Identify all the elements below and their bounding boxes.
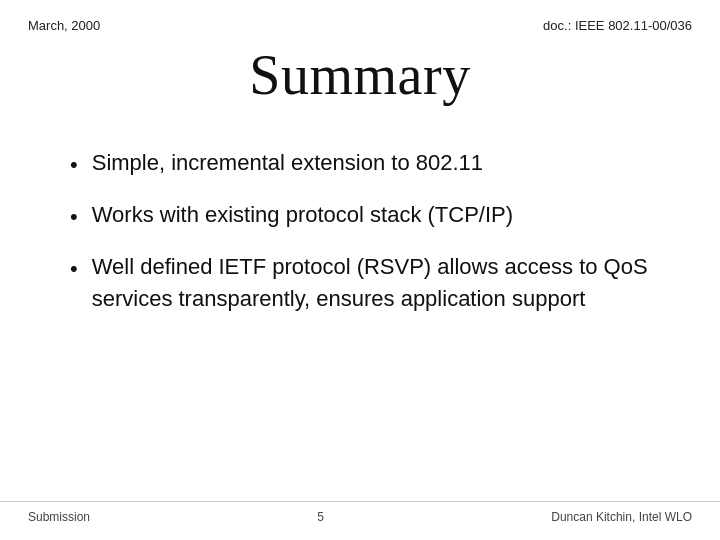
bullet-text-1: Simple, incremental extension to 802.11 bbox=[92, 147, 660, 179]
bullet-dot-2: • bbox=[70, 201, 78, 233]
slide-content: • Simple, incremental extension to 802.1… bbox=[0, 137, 720, 315]
bullet-item-2: • Works with existing protocol stack (TC… bbox=[70, 199, 660, 233]
slide: March, 2000 doc.: IEEE 802.11-00/036 Sum… bbox=[0, 0, 720, 540]
bullet-item-3: • Well defined IETF protocol (RSVP) allo… bbox=[70, 251, 660, 315]
footer-page-number: 5 bbox=[317, 510, 324, 524]
slide-title: Summary bbox=[0, 43, 720, 107]
footer-submission: Submission bbox=[28, 510, 90, 524]
bullet-text-2: Works with existing protocol stack (TCP/… bbox=[92, 199, 660, 231]
footer-author: Duncan Kitchin, Intel WLO bbox=[551, 510, 692, 524]
bullet-item-1: • Simple, incremental extension to 802.1… bbox=[70, 147, 660, 181]
bullet-dot-1: • bbox=[70, 149, 78, 181]
slide-footer: Submission 5 Duncan Kitchin, Intel WLO bbox=[0, 501, 720, 524]
bullet-dot-3: • bbox=[70, 253, 78, 285]
title-section: Summary bbox=[0, 43, 720, 107]
slide-header: March, 2000 doc.: IEEE 802.11-00/036 bbox=[0, 0, 720, 33]
header-date: March, 2000 bbox=[28, 18, 100, 33]
bullet-text-3: Well defined IETF protocol (RSVP) allows… bbox=[92, 251, 660, 315]
header-doc-id: doc.: IEEE 802.11-00/036 bbox=[543, 18, 692, 33]
